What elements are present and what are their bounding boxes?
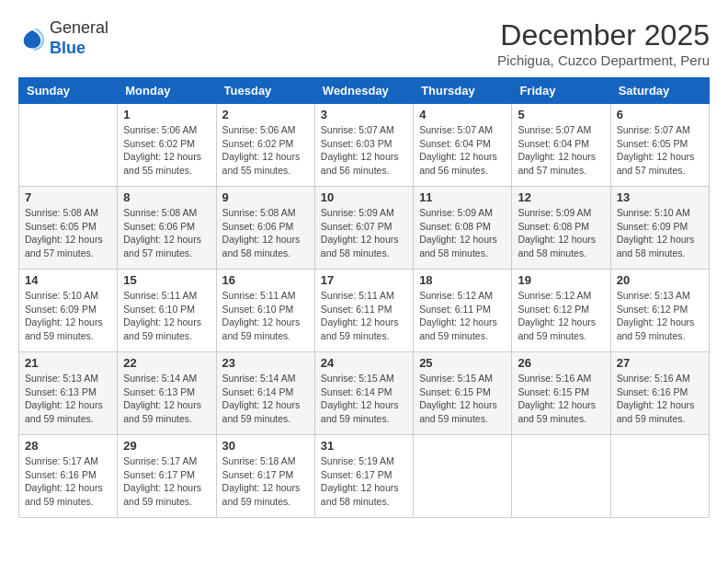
calendar-cell: 5Sunrise: 5:07 AM Sunset: 6:04 PM Daylig… [512,104,610,187]
day-number: 30 [222,439,309,453]
day-number: 15 [123,273,210,287]
calendar-cell [414,435,512,518]
day-info: Sunrise: 5:14 AM Sunset: 6:13 PM Dayligh… [123,372,210,426]
day-info: Sunrise: 5:06 AM Sunset: 6:02 PM Dayligh… [222,123,309,178]
day-info: Sunrise: 5:09 AM Sunset: 6:07 PM Dayligh… [321,206,407,260]
calendar-header-tuesday: Tuesday [216,78,314,104]
day-number: 31 [321,439,407,453]
day-info: Sunrise: 5:10 AM Sunset: 6:09 PM Dayligh… [617,206,703,260]
calendar-cell: 29Sunrise: 5:17 AM Sunset: 6:17 PM Dayli… [118,435,216,518]
calendar-cell: 17Sunrise: 5:11 AM Sunset: 6:11 PM Dayli… [314,270,413,352]
calendar-cell: 2Sunrise: 5:06 AM Sunset: 6:02 PM Daylig… [216,104,314,187]
calendar-cell: 27Sunrise: 5:16 AM Sunset: 6:16 PM Dayli… [610,352,709,435]
calendar-cell: 6Sunrise: 5:07 AM Sunset: 6:05 PM Daylig… [610,104,709,187]
day-number: 9 [222,190,309,204]
calendar-header-friday: Friday [512,78,610,104]
day-info: Sunrise: 5:15 AM Sunset: 6:14 PM Dayligh… [321,372,407,426]
day-number: 7 [25,190,111,204]
day-number: 6 [617,108,703,121]
calendar-cell: 30Sunrise: 5:18 AM Sunset: 6:17 PM Dayli… [216,435,314,518]
calendar-cell: 14Sunrise: 5:10 AM Sunset: 6:09 PM Dayli… [19,270,118,352]
day-info: Sunrise: 5:08 AM Sunset: 6:05 PM Dayligh… [25,206,111,260]
day-number: 27 [617,356,703,370]
day-info: Sunrise: 5:12 AM Sunset: 6:12 PM Dayligh… [518,289,604,343]
day-info: Sunrise: 5:17 AM Sunset: 6:16 PM Dayligh… [25,454,111,509]
day-number: 21 [25,356,111,370]
calendar-cell: 9Sunrise: 5:08 AM Sunset: 6:06 PM Daylig… [216,187,314,270]
day-info: Sunrise: 5:19 AM Sunset: 6:17 PM Dayligh… [321,454,407,509]
calendar-cell [19,104,118,187]
calendar-cell: 31Sunrise: 5:19 AM Sunset: 6:17 PM Dayli… [314,435,413,518]
day-info: Sunrise: 5:13 AM Sunset: 6:12 PM Dayligh… [617,289,703,343]
day-number: 13 [617,190,703,204]
calendar-cell: 7Sunrise: 5:08 AM Sunset: 6:05 PM Daylig… [19,187,118,270]
calendar-cell: 10Sunrise: 5:09 AM Sunset: 6:07 PM Dayli… [314,187,413,270]
calendar-cell: 8Sunrise: 5:08 AM Sunset: 6:06 PM Daylig… [118,187,216,270]
day-info: Sunrise: 5:07 AM Sunset: 6:05 PM Dayligh… [617,123,703,178]
calendar-cell: 22Sunrise: 5:14 AM Sunset: 6:13 PM Dayli… [118,352,216,435]
calendar-cell: 21Sunrise: 5:13 AM Sunset: 6:13 PM Dayli… [19,352,118,435]
header: General Blue December 2025 Pichigua, Cuz… [18,18,710,68]
day-info: Sunrise: 5:15 AM Sunset: 6:15 PM Dayligh… [419,372,506,426]
day-info: Sunrise: 5:06 AM Sunset: 6:02 PM Dayligh… [123,123,210,178]
calendar-cell: 12Sunrise: 5:09 AM Sunset: 6:08 PM Dayli… [512,187,610,270]
day-info: Sunrise: 5:13 AM Sunset: 6:13 PM Dayligh… [25,372,111,426]
day-info: Sunrise: 5:16 AM Sunset: 6:15 PM Dayligh… [518,372,604,426]
day-info: Sunrise: 5:08 AM Sunset: 6:06 PM Dayligh… [123,206,210,260]
logo: General Blue [18,18,108,58]
day-info: Sunrise: 5:16 AM Sunset: 6:16 PM Dayligh… [617,372,703,426]
calendar-cell: 23Sunrise: 5:14 AM Sunset: 6:14 PM Dayli… [216,352,314,435]
day-number: 2 [222,108,309,121]
day-number: 14 [25,273,111,287]
day-number: 5 [518,108,604,121]
day-info: Sunrise: 5:14 AM Sunset: 6:14 PM Dayligh… [222,372,309,426]
logo-text: General Blue [50,18,108,58]
calendar-cell: 11Sunrise: 5:09 AM Sunset: 6:08 PM Dayli… [414,187,512,270]
title-section: December 2025 Pichigua, Cuzco Department… [497,18,710,68]
calendar-week-row: 28Sunrise: 5:17 AM Sunset: 6:16 PM Dayli… [19,435,710,518]
day-number: 25 [419,356,506,370]
calendar-cell: 28Sunrise: 5:17 AM Sunset: 6:16 PM Dayli… [19,435,118,518]
calendar-cell: 1Sunrise: 5:06 AM Sunset: 6:02 PM Daylig… [118,104,216,187]
day-number: 18 [419,273,506,287]
calendar-cell [610,435,709,518]
day-number: 23 [222,356,309,370]
calendar-cell: 13Sunrise: 5:10 AM Sunset: 6:09 PM Dayli… [610,187,709,270]
day-info: Sunrise: 5:18 AM Sunset: 6:17 PM Dayligh… [222,454,309,509]
calendar-cell: 16Sunrise: 5:11 AM Sunset: 6:10 PM Dayli… [216,270,314,352]
calendar-cell: 24Sunrise: 5:15 AM Sunset: 6:14 PM Dayli… [314,352,413,435]
day-info: Sunrise: 5:09 AM Sunset: 6:08 PM Dayligh… [419,206,506,260]
calendar-week-row: 1Sunrise: 5:06 AM Sunset: 6:02 PM Daylig… [19,104,710,187]
calendar-week-row: 7Sunrise: 5:08 AM Sunset: 6:05 PM Daylig… [19,187,710,270]
calendar-cell: 18Sunrise: 5:12 AM Sunset: 6:11 PM Dayli… [414,270,512,352]
day-info: Sunrise: 5:11 AM Sunset: 6:10 PM Dayligh… [123,289,210,343]
day-number: 3 [321,108,407,121]
calendar-header-sunday: Sunday [19,78,118,104]
day-number: 22 [123,356,210,370]
day-number: 29 [123,439,210,453]
day-number: 8 [123,190,210,204]
calendar-header-row: SundayMondayTuesdayWednesdayThursdayFrid… [19,78,710,104]
day-info: Sunrise: 5:17 AM Sunset: 6:17 PM Dayligh… [123,454,210,509]
calendar-cell: 19Sunrise: 5:12 AM Sunset: 6:12 PM Dayli… [512,270,610,352]
calendar-header-wednesday: Wednesday [314,78,413,104]
calendar-cell: 20Sunrise: 5:13 AM Sunset: 6:12 PM Dayli… [610,270,709,352]
day-number: 4 [419,108,506,121]
day-info: Sunrise: 5:11 AM Sunset: 6:10 PM Dayligh… [222,289,309,343]
day-number: 19 [518,273,604,287]
day-info: Sunrise: 5:07 AM Sunset: 6:04 PM Dayligh… [419,123,506,178]
calendar: SundayMondayTuesdayWednesdayThursdayFrid… [18,77,710,518]
day-number: 1 [123,108,210,121]
day-number: 12 [518,190,604,204]
day-number: 24 [321,356,407,370]
day-info: Sunrise: 5:12 AM Sunset: 6:11 PM Dayligh… [419,289,506,343]
location: Pichigua, Cuzco Department, Peru [497,52,710,68]
day-info: Sunrise: 5:10 AM Sunset: 6:09 PM Dayligh… [25,289,111,343]
day-number: 28 [25,439,111,453]
day-info: Sunrise: 5:11 AM Sunset: 6:11 PM Dayligh… [321,289,407,343]
calendar-cell: 25Sunrise: 5:15 AM Sunset: 6:15 PM Dayli… [414,352,512,435]
calendar-week-row: 14Sunrise: 5:10 AM Sunset: 6:09 PM Dayli… [19,270,710,352]
logo-icon [18,25,46,52]
day-number: 16 [222,273,309,287]
calendar-header-saturday: Saturday [610,78,709,104]
